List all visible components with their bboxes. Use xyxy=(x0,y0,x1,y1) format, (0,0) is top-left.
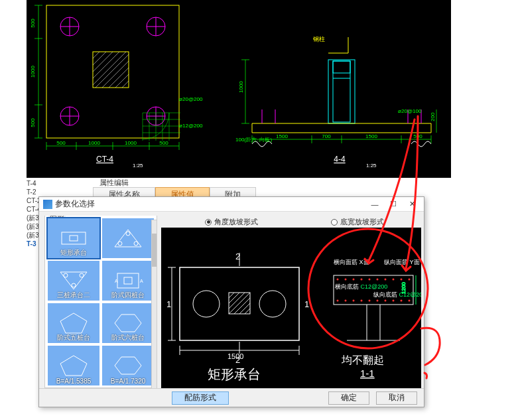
gallery-scrollbar[interactable] xyxy=(151,220,157,391)
svg-text:1:25: 1:25 xyxy=(133,163,143,169)
gallery-item-3pile2[interactable]: 三桩承台二 xyxy=(48,261,99,301)
svg-text:2: 2 xyxy=(235,251,240,261)
preview-canvas: 2 2 1 1 1500 矩形承台 xyxy=(161,228,421,388)
svg-text:横向底筋 C12@200: 横向底筋 C12@200 xyxy=(335,283,387,290)
close-button[interactable]: ✕ xyxy=(403,198,421,210)
svg-line-110 xyxy=(229,293,239,303)
svg-rect-13 xyxy=(93,52,129,88)
gallery-item-rect[interactable]: 矩形承台 xyxy=(48,218,99,258)
cancel-button[interactable]: 取消 xyxy=(376,391,417,405)
svg-text:500: 500 xyxy=(30,118,36,127)
section-label: 4-4 xyxy=(334,155,346,164)
svg-point-142 xyxy=(409,279,411,281)
svg-point-141 xyxy=(401,279,403,281)
preview-label: 矩形承台 xyxy=(208,367,261,382)
gallery-item-step5[interactable]: 阶式五桩台 xyxy=(48,303,99,343)
svg-text:1200: 1200 xyxy=(401,282,407,294)
svg-line-115 xyxy=(245,309,250,314)
gallery-item-ratio1[interactable]: B=A/1.5385 xyxy=(48,346,99,385)
svg-text:1: 1 xyxy=(166,299,171,309)
svg-line-14 xyxy=(93,52,99,58)
svg-point-151 xyxy=(401,300,403,302)
svg-text:⌀20@200: ⌀20@200 xyxy=(179,96,203,102)
svg-text:1: 1 xyxy=(304,299,309,309)
svg-point-92 xyxy=(134,242,138,245)
svg-point-134 xyxy=(345,279,347,281)
svg-point-148 xyxy=(377,300,379,302)
svg-marker-102 xyxy=(115,315,141,332)
svg-rect-98 xyxy=(124,277,132,284)
svg-rect-105 xyxy=(180,267,299,340)
svg-point-139 xyxy=(385,279,387,281)
svg-line-15 xyxy=(93,52,106,65)
svg-point-143 xyxy=(337,300,339,302)
cad-drawing-viewport[interactable]: 500 1000 1000 500 500 1000 500 ⌀20@200 ⌀… xyxy=(27,0,451,178)
rebar-style-button[interactable]: 配筋形式 xyxy=(172,391,229,405)
svg-point-106 xyxy=(193,291,220,317)
svg-line-112 xyxy=(229,293,250,314)
svg-rect-54 xyxy=(333,61,350,73)
ok-button[interactable]: 确定 xyxy=(328,391,369,405)
svg-text:⌀12@200: ⌀12@200 xyxy=(179,123,203,129)
svg-line-19 xyxy=(96,54,129,88)
svg-line-16 xyxy=(93,52,113,72)
svg-point-145 xyxy=(353,300,355,302)
svg-text:1500: 1500 xyxy=(276,133,288,139)
gallery-item-step4[interactable]: AA 阶式四桩台 xyxy=(102,261,154,301)
svg-point-94 xyxy=(72,283,76,287)
svg-line-114 xyxy=(239,303,250,314)
svg-point-140 xyxy=(393,279,395,281)
radio-angle-slope[interactable]: 角度放坡形式 xyxy=(205,217,258,227)
svg-text:1500: 1500 xyxy=(227,352,243,360)
svg-line-23 xyxy=(122,81,129,88)
svg-point-144 xyxy=(345,300,347,302)
maximize-button[interactable]: ☐ xyxy=(384,198,403,210)
svg-text:横向面筋 X面: 横向面筋 X面 xyxy=(334,259,369,265)
svg-marker-104 xyxy=(115,357,141,374)
svg-point-135 xyxy=(353,279,355,281)
svg-text:200: 200 xyxy=(430,112,436,121)
svg-point-150 xyxy=(393,300,395,302)
svg-point-137 xyxy=(369,279,371,281)
svg-point-147 xyxy=(369,300,371,302)
radio-width-slope[interactable]: 底宽放坡形式 xyxy=(331,217,384,227)
svg-point-146 xyxy=(361,300,363,302)
svg-point-149 xyxy=(385,300,387,302)
svg-rect-55 xyxy=(333,61,350,122)
svg-point-138 xyxy=(377,279,379,281)
svg-point-136 xyxy=(361,279,363,281)
gallery-item-ratio2[interactable]: B=A/1.7320 xyxy=(102,346,154,385)
svg-point-152 xyxy=(409,300,411,302)
svg-marker-89 xyxy=(115,230,141,247)
dialog-titlebar[interactable]: 参数化选择 — ☐ ✕ xyxy=(39,197,424,212)
gallery-item-tri[interactable] xyxy=(102,218,154,258)
svg-text:1000: 1000 xyxy=(30,66,36,78)
svg-rect-87 xyxy=(62,232,86,244)
shape-gallery[interactable]: 矩形承台 三桩承台二 AA 阶式四桩台 阶式五桩台 xyxy=(44,216,157,388)
svg-text:700: 700 xyxy=(322,133,331,139)
svg-text:500: 500 xyxy=(30,19,36,28)
svg-line-109 xyxy=(229,293,234,298)
svg-text:500: 500 xyxy=(413,133,422,139)
svg-rect-97 xyxy=(117,273,139,288)
svg-line-18 xyxy=(93,52,126,85)
svg-point-90 xyxy=(126,232,130,236)
svg-point-107 xyxy=(259,291,286,317)
svg-line-22 xyxy=(115,74,129,88)
svg-text:1500: 1500 xyxy=(365,133,377,139)
dialog-title: 参数化选择 xyxy=(55,198,365,210)
svg-text:A: A xyxy=(140,279,143,283)
svg-marker-101 xyxy=(60,313,87,333)
minimize-button[interactable]: — xyxy=(365,198,384,210)
svg-text:纵向面筋 Y面: 纵向面筋 Y面 xyxy=(384,259,420,265)
svg-text:A: A xyxy=(115,279,118,283)
svg-point-91 xyxy=(118,242,122,245)
parametric-select-dialog: 参数化选择 — ☐ ✕ 图形 角度放坡形式 底宽放坡形式 矩形承台 xyxy=(38,196,424,407)
app-icon xyxy=(43,200,52,209)
svg-text:⌀20@100: ⌀20@100 xyxy=(398,108,422,114)
svg-rect-0 xyxy=(46,5,179,138)
tree-fragment: T-4 T-2 CT-2 CT-4 (新3 (新3 (新3 T-3 xyxy=(27,179,40,285)
svg-text:1:25: 1:25 xyxy=(366,163,377,169)
gallery-item-step6[interactable]: 阶式六桩台 xyxy=(102,303,154,343)
svg-point-96 xyxy=(80,273,84,277)
